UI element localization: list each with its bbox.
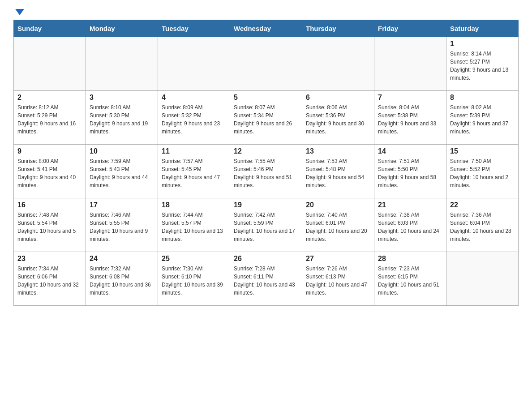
calendar-day-cell: 26Sunrise: 7:28 AM Sunset: 6:11 PM Dayli… [230,252,302,306]
day-info: Sunrise: 7:38 AM Sunset: 6:03 PM Dayligh… [378,211,442,243]
day-info: Sunrise: 7:34 AM Sunset: 6:06 PM Dayligh… [17,265,82,297]
day-of-week-header: Monday [86,20,158,37]
calendar-day-cell: 21Sunrise: 7:38 AM Sunset: 6:03 PM Dayli… [374,198,446,252]
day-of-week-header: Thursday [302,20,374,37]
calendar-week-row: 2Sunrise: 8:12 AM Sunset: 5:29 PM Daylig… [14,91,519,145]
day-info: Sunrise: 7:55 AM Sunset: 5:46 PM Dayligh… [234,157,298,189]
day-info: Sunrise: 7:30 AM Sunset: 6:10 PM Dayligh… [162,265,226,297]
calendar-day-cell: 2Sunrise: 8:12 AM Sunset: 5:29 PM Daylig… [14,91,86,145]
day-info: Sunrise: 8:09 AM Sunset: 5:32 PM Dayligh… [162,103,226,136]
day-info: Sunrise: 8:14 AM Sunset: 5:27 PM Dayligh… [450,50,515,82]
calendar-week-row: 1Sunrise: 8:14 AM Sunset: 5:27 PM Daylig… [14,37,519,91]
day-number: 22 [450,201,515,209]
day-number: 27 [306,255,370,263]
calendar-day-cell: 14Sunrise: 7:51 AM Sunset: 5:50 PM Dayli… [374,145,446,198]
day-number: 2 [17,94,82,102]
day-info: Sunrise: 7:23 AM Sunset: 6:15 PM Dayligh… [378,265,442,297]
day-number: 19 [234,201,298,209]
day-number: 7 [378,94,442,102]
day-number: 8 [450,94,515,102]
day-number: 18 [162,201,226,209]
day-info: Sunrise: 8:00 AM Sunset: 5:41 PM Dayligh… [17,157,82,189]
calendar-week-row: 16Sunrise: 7:48 AM Sunset: 5:54 PM Dayli… [14,198,519,252]
calendar-day-cell: 18Sunrise: 7:44 AM Sunset: 5:57 PM Dayli… [158,198,230,252]
calendar-day-cell: 28Sunrise: 7:23 AM Sunset: 6:15 PM Dayli… [374,252,446,306]
day-number: 28 [378,255,442,263]
calendar-header-row: SundayMondayTuesdayWednesdayThursdayFrid… [14,20,519,37]
day-info: Sunrise: 7:28 AM Sunset: 6:11 PM Dayligh… [234,265,298,297]
day-info: Sunrise: 7:44 AM Sunset: 5:57 PM Dayligh… [162,211,226,243]
calendar-day-cell: 25Sunrise: 7:30 AM Sunset: 6:10 PM Dayli… [158,252,230,306]
day-info: Sunrise: 7:36 AM Sunset: 6:04 PM Dayligh… [450,211,515,243]
calendar-day-cell: 13Sunrise: 7:53 AM Sunset: 5:48 PM Dayli… [302,145,374,198]
day-of-week-header: Wednesday [230,20,302,37]
day-number: 12 [234,147,298,155]
calendar-day-cell [302,37,374,91]
calendar-day-cell: 19Sunrise: 7:42 AM Sunset: 5:59 PM Dayli… [230,198,302,252]
calendar-day-cell: 12Sunrise: 7:55 AM Sunset: 5:46 PM Dayli… [230,145,302,198]
day-info: Sunrise: 7:40 AM Sunset: 6:01 PM Dayligh… [306,211,370,243]
day-number: 9 [17,147,82,155]
day-info: Sunrise: 7:26 AM Sunset: 6:13 PM Dayligh… [306,265,370,297]
calendar-day-cell: 23Sunrise: 7:34 AM Sunset: 6:06 PM Dayli… [14,252,86,306]
day-number: 20 [306,201,370,209]
calendar-day-cell: 1Sunrise: 8:14 AM Sunset: 5:27 PM Daylig… [446,37,519,91]
page-header [13,9,519,15]
calendar-day-cell: 7Sunrise: 8:04 AM Sunset: 5:38 PM Daylig… [374,91,446,145]
logo-triangle-icon [15,9,24,15]
day-info: Sunrise: 7:48 AM Sunset: 5:54 PM Dayligh… [17,211,82,243]
calendar-day-cell: 17Sunrise: 7:46 AM Sunset: 5:55 PM Dayli… [86,198,158,252]
calendar-day-cell [374,37,446,91]
day-info: Sunrise: 7:53 AM Sunset: 5:48 PM Dayligh… [306,157,370,189]
calendar-day-cell: 9Sunrise: 8:00 AM Sunset: 5:41 PM Daylig… [14,145,86,198]
day-number: 14 [378,147,442,155]
calendar-day-cell: 15Sunrise: 7:50 AM Sunset: 5:52 PM Dayli… [446,145,519,198]
calendar-day-cell: 4Sunrise: 8:09 AM Sunset: 5:32 PM Daylig… [158,91,230,145]
calendar-day-cell: 11Sunrise: 7:57 AM Sunset: 5:45 PM Dayli… [158,145,230,198]
day-number: 24 [90,255,154,263]
day-number: 16 [17,201,82,209]
day-number: 23 [17,255,82,263]
day-number: 13 [306,147,370,155]
calendar-day-cell [230,37,302,91]
day-number: 26 [234,255,298,263]
day-info: Sunrise: 7:51 AM Sunset: 5:50 PM Dayligh… [378,157,442,189]
day-number: 5 [234,94,298,102]
day-info: Sunrise: 7:46 AM Sunset: 5:55 PM Dayligh… [90,211,154,243]
day-number: 6 [306,94,370,102]
calendar-day-cell [446,252,519,306]
day-info: Sunrise: 7:50 AM Sunset: 5:52 PM Dayligh… [450,157,515,189]
day-info: Sunrise: 7:59 AM Sunset: 5:43 PM Dayligh… [90,157,154,189]
calendar-day-cell: 10Sunrise: 7:59 AM Sunset: 5:43 PM Dayli… [86,145,158,198]
day-number: 11 [162,147,226,155]
day-info: Sunrise: 8:07 AM Sunset: 5:34 PM Dayligh… [234,103,298,136]
day-of-week-header: Tuesday [158,20,230,37]
day-number: 17 [90,201,154,209]
day-info: Sunrise: 8:12 AM Sunset: 5:29 PM Dayligh… [17,103,82,136]
day-info: Sunrise: 7:57 AM Sunset: 5:45 PM Dayligh… [162,157,226,189]
calendar-day-cell [14,37,86,91]
calendar-week-row: 9Sunrise: 8:00 AM Sunset: 5:41 PM Daylig… [14,145,519,198]
calendar-day-cell: 27Sunrise: 7:26 AM Sunset: 6:13 PM Dayli… [302,252,374,306]
calendar-day-cell [158,37,230,91]
day-number: 21 [378,201,442,209]
day-info: Sunrise: 7:42 AM Sunset: 5:59 PM Dayligh… [234,211,298,243]
calendar-day-cell: 3Sunrise: 8:10 AM Sunset: 5:30 PM Daylig… [86,91,158,145]
day-of-week-header: Sunday [14,20,86,37]
calendar-day-cell: 5Sunrise: 8:07 AM Sunset: 5:34 PM Daylig… [230,91,302,145]
day-info: Sunrise: 8:10 AM Sunset: 5:30 PM Dayligh… [90,103,154,136]
day-number: 25 [162,255,226,263]
day-of-week-header: Saturday [446,20,519,37]
calendar-day-cell: 22Sunrise: 7:36 AM Sunset: 6:04 PM Dayli… [446,198,519,252]
day-info: Sunrise: 8:06 AM Sunset: 5:36 PM Dayligh… [306,103,370,136]
logo [13,9,24,15]
calendar-day-cell: 8Sunrise: 8:02 AM Sunset: 5:39 PM Daylig… [446,91,519,145]
calendar-day-cell [86,37,158,91]
calendar-day-cell: 6Sunrise: 8:06 AM Sunset: 5:36 PM Daylig… [302,91,374,145]
calendar-day-cell: 24Sunrise: 7:32 AM Sunset: 6:08 PM Dayli… [86,252,158,306]
day-info: Sunrise: 8:04 AM Sunset: 5:38 PM Dayligh… [378,103,442,136]
day-info: Sunrise: 8:02 AM Sunset: 5:39 PM Dayligh… [450,103,515,136]
calendar-week-row: 23Sunrise: 7:34 AM Sunset: 6:06 PM Dayli… [14,252,519,306]
day-number: 3 [90,94,154,102]
day-of-week-header: Friday [374,20,446,37]
